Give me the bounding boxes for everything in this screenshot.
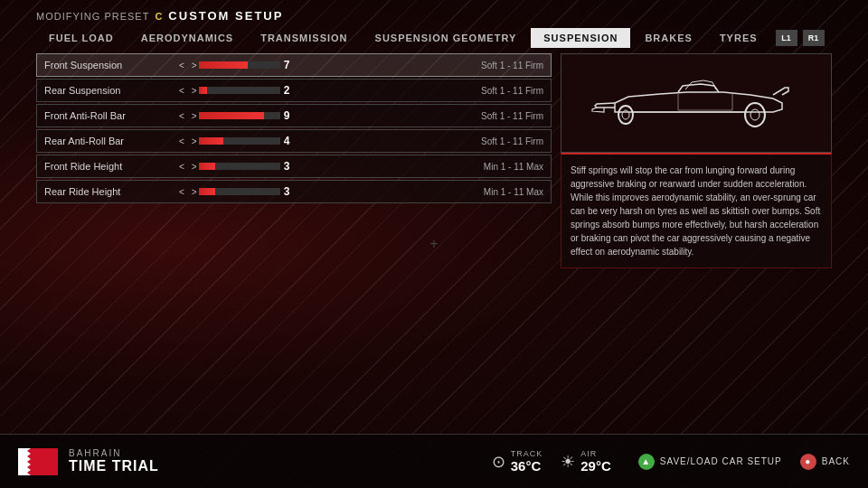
air-label: AIR (580, 449, 611, 458)
decrease-btn[interactable]: < (177, 136, 186, 146)
row-controls: < > (177, 111, 199, 121)
row-range: Soft 1 - 11 Firm (481, 86, 551, 96)
increase-btn[interactable]: > (190, 162, 199, 172)
bottom-bar: BAHRAIN TIME TRIAL ⊙ TRACK 36°C ☀ AIR 29… (0, 434, 868, 488)
row-range: Soft 1 - 11 Firm (481, 111, 551, 121)
row-range: Min 1 - 11 Max (484, 187, 551, 197)
main-content: Front Suspension < > 7 Soft 1 - 11 Firm … (0, 53, 868, 268)
row-label: Front Suspension (37, 60, 177, 70)
row-range: Soft 1 - 11 Firm (481, 136, 551, 146)
car-illustration (588, 62, 805, 144)
preset-info: MODIFYING PRESET C CUSTOM SETUP (36, 9, 832, 23)
svg-point-3 (750, 109, 760, 120)
row-range: Soft 1 - 11 Firm (481, 61, 551, 70)
row-label: Rear Suspension (37, 85, 177, 96)
bar-fill (199, 137, 223, 145)
bar-fill (199, 87, 207, 94)
bar-container (199, 112, 280, 119)
tab-tyres[interactable]: TYRES (707, 28, 770, 48)
row-label: Front Anti-Roll Bar (37, 110, 177, 121)
row-value: 4 (284, 135, 302, 147)
preset-name: CUSTOM SETUP (168, 9, 283, 23)
bar-fill (199, 188, 215, 195)
tab-brakes[interactable]: BRAKES (632, 28, 704, 48)
bar-container (199, 188, 280, 195)
row-label: Rear Ride Height (37, 186, 177, 197)
row-controls: < > (177, 136, 199, 146)
settings-row[interactable]: Rear Ride Height < > 3 Min 1 - 11 Max (36, 180, 552, 203)
tab-fuel-load[interactable]: FUEL LOAD (36, 28, 127, 48)
bar-fill (199, 163, 215, 170)
air-temp: ☀ AIR 29°C (561, 449, 611, 474)
tab-aerodynamics[interactable]: AERODYNAMICS (128, 28, 246, 48)
country-flag (18, 448, 58, 475)
circle-icon: ● (800, 454, 816, 470)
increase-btn[interactable]: > (190, 61, 199, 70)
decrease-btn[interactable]: < (177, 162, 186, 172)
settings-panel: Front Suspension < > 7 Soft 1 - 11 Firm … (36, 53, 552, 268)
track-label: TRACK (511, 449, 543, 458)
tab-transmission[interactable]: TRANSMISSION (248, 28, 360, 48)
track-info: TRACK 36°C (511, 449, 543, 474)
flag-svg (18, 448, 58, 475)
decrease-btn[interactable]: < (177, 86, 186, 96)
header: MODIFYING PRESET C CUSTOM SETUP FUEL LOA… (0, 0, 868, 53)
back-label: BACK (822, 456, 850, 466)
increase-btn[interactable]: > (190, 136, 199, 146)
svg-point-0 (618, 106, 633, 124)
row-value: 7 (284, 59, 302, 71)
track-temp: ⊙ TRACK 36°C (492, 449, 543, 474)
save-load-button[interactable]: ▲ SAVE/LOAD CAR SETUP (638, 454, 782, 470)
description-box: Stiff springs will stop the car from lun… (561, 153, 832, 268)
bar-container (199, 137, 280, 145)
row-bar-area: 3 (199, 185, 484, 198)
back-button[interactable]: ● BACK (800, 454, 850, 470)
car-diagram (561, 53, 832, 153)
settings-row[interactable]: Rear Anti-Roll Bar < > 4 Soft 1 - 11 Fir… (36, 129, 552, 153)
right-panel: Stiff springs will stop the car from lun… (561, 53, 832, 268)
weather-area: ⊙ TRACK 36°C ☀ AIR 29°C (492, 449, 611, 474)
row-value: 3 (284, 185, 302, 198)
svg-point-2 (745, 103, 765, 127)
row-controls: < > (177, 86, 199, 96)
r1-button[interactable]: R1 (803, 30, 825, 46)
bar-container (199, 163, 280, 170)
row-controls: < > (177, 162, 199, 172)
session-type: TIME TRIAL (69, 458, 159, 474)
row-bar-area: 3 (199, 160, 484, 173)
row-bar-area: 7 (199, 59, 481, 71)
tab-suspension[interactable]: SUSPENSION (531, 28, 630, 48)
decrease-btn[interactable]: < (177, 187, 186, 197)
bar-container (199, 61, 280, 69)
track-value: 36°C (511, 458, 543, 474)
settings-row[interactable]: Front Suspension < > 7 Soft 1 - 11 Firm (36, 53, 552, 77)
increase-btn[interactable]: > (190, 187, 199, 197)
increase-btn[interactable]: > (190, 86, 199, 96)
location-name: BAHRAIN (69, 448, 159, 458)
settings-row[interactable]: Front Anti-Roll Bar < > 9 Soft 1 - 11 Fi… (36, 104, 552, 127)
triangle-icon: ▲ (638, 454, 655, 470)
decrease-btn[interactable]: < (177, 111, 186, 121)
l1-button[interactable]: L1 (776, 30, 797, 46)
description-text: Stiff springs will stop the car from lun… (571, 165, 820, 257)
row-bar-area: 9 (199, 109, 481, 122)
tab-suspension-geometry[interactable]: SUSPENSION GEOMETRY (363, 28, 530, 48)
row-range: Min 1 - 11 Max (484, 162, 551, 172)
settings-row[interactable]: Rear Suspension < > 2 Soft 1 - 11 Firm (36, 79, 552, 102)
row-bar-area: 2 (199, 84, 481, 97)
row-label: Front Ride Height (37, 161, 177, 172)
track-icon: ⊙ (492, 452, 505, 472)
preset-icon: C (155, 11, 163, 22)
bar-fill (199, 61, 248, 69)
decrease-btn[interactable]: < (177, 61, 186, 70)
row-value: 2 (284, 84, 302, 97)
air-value: 29°C (580, 458, 611, 474)
modifying-label: MODIFYING PRESET (36, 11, 149, 22)
row-label: Rear Anti-Roll Bar (37, 136, 177, 146)
row-value: 9 (284, 109, 302, 122)
settings-row[interactable]: Front Ride Height < > 3 Min 1 - 11 Max (36, 155, 552, 178)
row-controls: < > (177, 187, 199, 197)
increase-btn[interactable]: > (190, 111, 199, 121)
row-controls: < > (177, 61, 199, 70)
location-info: BAHRAIN TIME TRIAL (69, 448, 159, 474)
